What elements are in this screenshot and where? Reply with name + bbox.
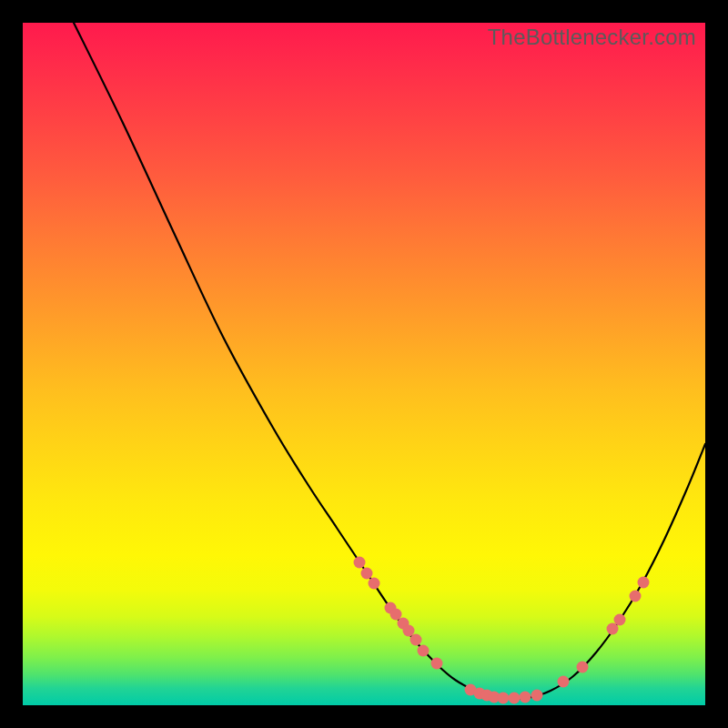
- curve-marker: [418, 645, 430, 657]
- curve-marker: [614, 614, 626, 626]
- curve-marker: [577, 662, 589, 673]
- curve-marker: [354, 557, 366, 569]
- bottleneck-curve: [74, 23, 705, 699]
- chart-frame: TheBottlenecker.com: [23, 23, 705, 705]
- curve-marker: [531, 690, 543, 702]
- curve-markers: [354, 557, 650, 704]
- curve-marker: [361, 568, 373, 580]
- curve-marker: [520, 692, 531, 703]
- curve-marker: [498, 693, 510, 704]
- curve-marker: [509, 693, 521, 704]
- curve-marker: [630, 591, 642, 602]
- curve-marker: [410, 634, 422, 646]
- curve-marker: [369, 578, 380, 590]
- curve-marker: [431, 658, 443, 670]
- watermark-text: TheBottlenecker.com: [488, 25, 696, 50]
- chart-overlay-svg: [23, 23, 705, 705]
- curve-marker: [558, 676, 570, 688]
- curve-marker: [638, 577, 650, 589]
